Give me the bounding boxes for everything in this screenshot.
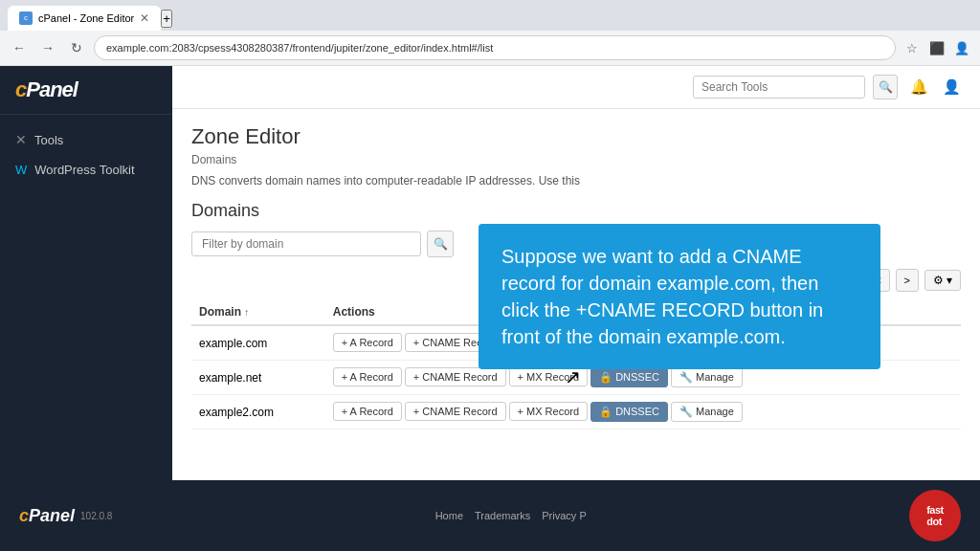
tab-title: cPanel - Zone Editor [38, 12, 134, 24]
refresh-button[interactable]: ↻ [65, 36, 88, 59]
search-tools-input[interactable] [693, 76, 865, 99]
sidebar-item-wordpress-label: WordPress Toolkit [34, 163, 134, 177]
action-cname-button[interactable]: + CNAME Record [405, 367, 506, 386]
domain-cell: example2.com [191, 395, 325, 430]
filter-search-button[interactable]: 🔍 [427, 231, 454, 257]
footer-logo: cPanel [19, 506, 75, 526]
content-area: 🔍 🔔 👤 Zone Editor Domains DNS converts d… [172, 66, 980, 504]
table-settings-button[interactable]: ⚙ ▾ [924, 270, 961, 291]
user-account-icon[interactable]: 👤 [938, 74, 965, 100]
filter-domain-input[interactable] [191, 231, 421, 256]
footer-version: 102.0.8 [80, 511, 112, 521]
notification-bell-icon[interactable]: 🔔 [905, 74, 932, 100]
column-actions-label: Actions [333, 305, 375, 319]
star-icon[interactable]: ☆ [902, 37, 923, 58]
tab-close-icon[interactable]: ✕ [140, 11, 149, 25]
sort-domain-icon: ↑ [244, 307, 249, 318]
search-tools-button[interactable]: 🔍 [873, 75, 898, 99]
new-tab-button[interactable]: + [161, 10, 172, 28]
tools-icon: ✕ [15, 132, 27, 147]
address-bar[interactable] [94, 35, 896, 60]
sidebar-item-tools-label: Tools [34, 133, 63, 147]
sidebar-item-tools[interactable]: ✕ Tools [0, 124, 172, 155]
domain-cell: example.net [191, 361, 325, 395]
footer-link-home[interactable]: Home [435, 510, 463, 521]
content-topbar: 🔍 🔔 👤 [172, 66, 980, 109]
page-title: Zone Editor [191, 124, 961, 149]
forward-button[interactable]: → [36, 36, 59, 59]
footer-link-trademarks[interactable]: Trademarks [475, 510, 530, 521]
fastdot-label: fastdot [926, 504, 944, 527]
column-domain-label: Domain [199, 305, 241, 319]
account-icon[interactable]: 👤 [951, 37, 972, 58]
extension-icon[interactable]: ⬛ [926, 37, 947, 58]
actions-cell: + A Record+ CNAME Record+ MX Record🔒 DNS… [325, 395, 961, 430]
section-title: Domains [191, 201, 961, 221]
action-default-button[interactable]: + A Record [333, 333, 402, 352]
action-default-button[interactable]: + MX Record [509, 402, 589, 421]
action-cname-button[interactable]: + CNAME Record [405, 402, 506, 421]
pagination-next-button[interactable]: > [896, 269, 919, 292]
footer-links: Home Trademarks Privacy P [435, 510, 587, 521]
domain-cell: example.com [191, 325, 325, 361]
action-default-button[interactable]: + A Record [333, 402, 402, 421]
browser-tab[interactable]: c cPanel - Zone Editor ✕ [8, 6, 161, 31]
sidebar-item-wordpress[interactable]: W WordPress Toolkit [0, 155, 172, 185]
action-manage-button[interactable]: 🔧 Manage [671, 367, 743, 387]
action-default-button[interactable]: + A Record [333, 367, 402, 386]
sidebar: cPanel ✕ Tools W WordPress Toolkit [0, 66, 172, 504]
action-dnssec-button[interactable]: 🔒 DNSSEC [590, 367, 668, 387]
action-default-button[interactable]: + MX Record [509, 367, 589, 386]
footer: cPanel 102.0.8 Home Trademarks Privacy P… [0, 480, 980, 551]
wordpress-icon: W [15, 163, 27, 177]
tooltip-overlay: Suppose we want to add a CNAME record fo… [479, 224, 880, 369]
desc-text: DNS converts domain names into computer-… [191, 174, 961, 187]
sidebar-logo: cPanel [0, 66, 172, 115]
action-dnssec-button[interactable]: 🔒 DNSSEC [590, 402, 668, 422]
breadcrumb: Domains [191, 153, 961, 166]
tooltip-text: Suppose we want to add a CNAME record fo… [501, 246, 823, 347]
fastdot-badge: fastdot [909, 490, 961, 541]
column-header-domain[interactable]: Domain ↑ [191, 299, 325, 325]
back-button[interactable]: ← [8, 36, 31, 59]
table-row: example2.com+ A Record+ CNAME Record+ MX… [191, 395, 961, 430]
action-manage-button[interactable]: 🔧 Manage [671, 402, 743, 422]
footer-link-privacy[interactable]: Privacy P [542, 510, 586, 521]
tab-favicon: c [19, 11, 33, 25]
